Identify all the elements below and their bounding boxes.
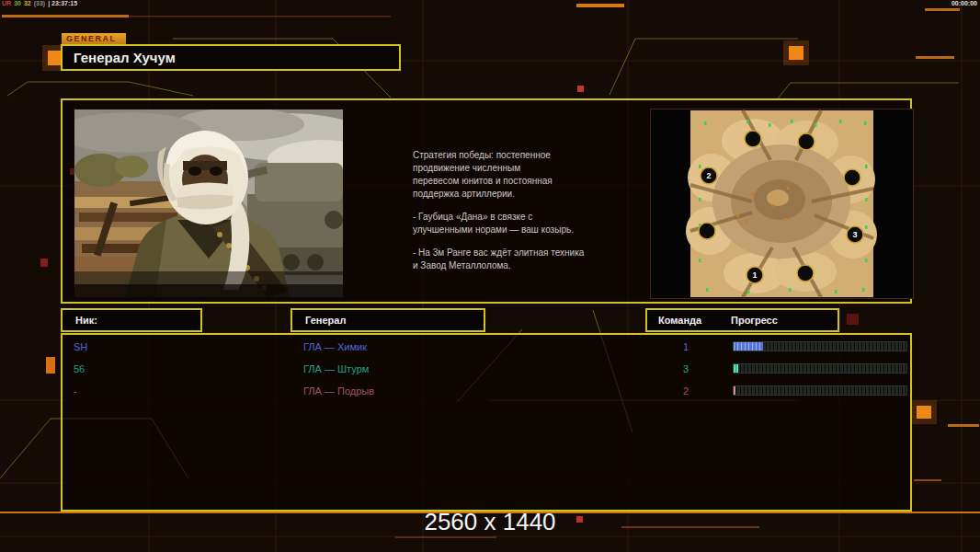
strategy-briefing: Стратегия победы: постепенное продвижени… (413, 149, 606, 282)
column-header-general: Генерал (291, 308, 485, 332)
minimap: 2 3 1 (650, 109, 914, 299)
progress-bar (733, 341, 907, 351)
start-position-marker (745, 131, 761, 147)
match-timer: 00:00:00 (952, 0, 977, 6)
progress-bar-fill (734, 386, 735, 395)
briefing-paragraph: - На 3м Ранге вас ждёт элитная техника и… (413, 247, 606, 272)
player-team: 2 (673, 381, 699, 403)
resolution-text: 2560 x 1440 (0, 508, 980, 536)
player-row: SH ГЛА — Химик 1 (63, 337, 910, 359)
column-header-label: Прогресс (731, 310, 778, 330)
player-row: - ГЛА — Подрыв 2 (63, 381, 910, 403)
start-position-marker (798, 133, 815, 150)
perf-segment: 32 (24, 0, 31, 6)
player-team: 3 (673, 359, 699, 381)
progress-bar-fill (734, 342, 763, 351)
progress-bar (733, 385, 907, 396)
start-position-marker (699, 223, 715, 239)
player-nick: - (74, 381, 77, 403)
perf-segment: UR (2, 0, 11, 6)
perf-segment: 30 (14, 0, 21, 6)
start-position-label: 3 (852, 230, 857, 239)
perf-segment: (33) (34, 0, 45, 6)
general-title-box: Генерал Хучум (61, 44, 401, 71)
column-header-nick: Ник: (61, 308, 202, 332)
perf-overlay: UR3032(33)| 23:37:15 (2, 0, 80, 6)
start-position-marker (797, 265, 814, 282)
page-title: Генерал Хучум (63, 46, 399, 69)
column-header-label: Команда (658, 310, 701, 330)
player-nick: 56 (74, 359, 85, 381)
player-row: 56 ГЛА — Штурм 3 (63, 359, 910, 381)
column-header-team-progress: Команда Прогресс (645, 308, 839, 332)
start-position-marker (844, 169, 860, 186)
column-header-label: Генерал (305, 310, 346, 330)
general-info-panel: Стратегия победы: постепенное продвижени… (61, 98, 912, 304)
progress-bar-fill (734, 364, 738, 373)
start-position-label: 2 (706, 171, 711, 180)
player-general: ГЛА — Химик (303, 337, 367, 359)
briefing-paragraph: Стратегия победы: постепенное продвижени… (413, 149, 606, 201)
player-general: ГЛА — Подрыв (303, 381, 374, 403)
player-team: 1 (673, 337, 699, 359)
column-header-label: Ник: (75, 310, 97, 330)
progress-bar (733, 363, 907, 374)
briefing-paragraph: - Гаубица «Дана» в связке с улучшенными … (413, 211, 606, 236)
start-position-label: 1 (752, 270, 757, 280)
player-nick: SH (74, 337, 87, 359)
players-table: SH ГЛА — Химик 1 56 ГЛА — Штурм 3 - ГЛА … (61, 333, 912, 512)
general-portrait (74, 109, 343, 297)
clock-text: | 23:37:15 (48, 0, 77, 6)
player-general: ГЛА — Штурм (303, 359, 369, 381)
